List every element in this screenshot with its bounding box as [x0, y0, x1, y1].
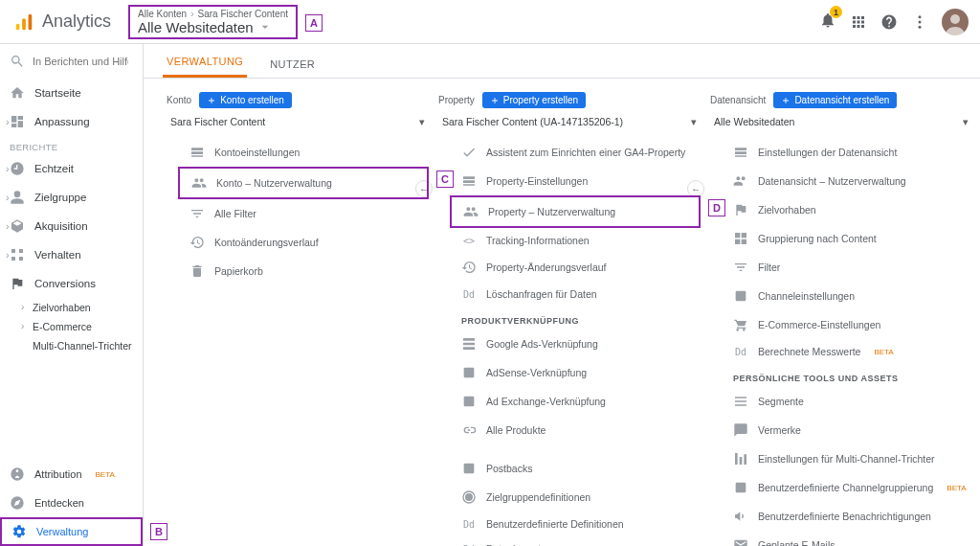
select-label: Sara Fischer Content (UA-147135206-1) [442, 116, 623, 127]
tabs: VERWALTUNG NUTZER [144, 44, 980, 79]
attribution-icon [10, 466, 25, 482]
notifications-button[interactable]: 1 [819, 11, 836, 32]
channel-icon [733, 288, 748, 304]
account-avatar[interactable] [942, 9, 969, 35]
sidebar-search[interactable] [0, 44, 143, 79]
notifications-badge: 1 [830, 6, 842, 18]
ads-icon [461, 336, 477, 352]
link-google-ads[interactable]: Google Ads-Verknüpfung [450, 330, 701, 358]
sidebar-item-discover[interactable]: Entdecken [0, 489, 143, 517]
annotation-icon [733, 422, 748, 438]
link-property-history[interactable]: Property-Änderungsverlauf [450, 253, 701, 282]
link-account-settings[interactable]: Kontoeinstellungen [178, 138, 429, 167]
settings-icon [733, 145, 748, 160]
link-all-products[interactable]: Alle Produkte [450, 416, 701, 444]
nav-label: Verwaltung [36, 526, 88, 537]
link-custom-alerts[interactable]: Benutzerdefinierte Benachrichtigungen [722, 502, 972, 531]
svg-point-3 [919, 15, 922, 18]
help-icon[interactable] [880, 13, 898, 31]
more-vert-icon[interactable] [911, 13, 928, 31]
link-custom-definitions[interactable]: DdBenutzerdefinierte Definitionen [450, 512, 701, 536]
svg-rect-8 [464, 464, 475, 474]
tab-admin[interactable]: VERWALTUNG [163, 56, 247, 78]
link-adsense[interactable]: AdSense-Verknüpfung [450, 358, 701, 387]
breadcrumb: Alle Konten›Sara Fischer Content [138, 9, 288, 19]
account-selector[interactable]: Sara Fischer Content ▾ [167, 112, 429, 134]
gear-icon [11, 524, 27, 539]
property-selector[interactable]: Sara Fischer Content (UA-147135206-1) ▾ [438, 112, 701, 134]
beta-badge: BETA [874, 348, 893, 356]
link-scheduled-emails[interactable]: Geplante E-Mails [722, 531, 972, 546]
link-annotations[interactable]: Vermerke [722, 416, 972, 444]
link-data-import[interactable]: DdDatenimport [450, 536, 701, 546]
link-channel-settings[interactable]: Channeleinstellungen [722, 282, 972, 310]
view-selector[interactable]: Alle Websitedaten ▾ [710, 112, 972, 134]
link-postbacks[interactable]: Postbacks [450, 454, 701, 483]
person-icon [10, 190, 25, 205]
megaphone-icon [733, 509, 748, 524]
discover-icon [10, 495, 25, 511]
link-account-user-mgmt[interactable]: Konto – Nutzerverwaltung C [178, 167, 429, 199]
search-input[interactable] [33, 56, 128, 67]
sidebar-item-behavior[interactable]: Verhalten [0, 240, 143, 269]
plus-icon [490, 96, 500, 105]
link-ecommerce-settings[interactable]: E-Commerce-Einstellungen [722, 310, 972, 339]
link-property-settings[interactable]: Property-Einstellungen [450, 167, 701, 195]
nav-label: Attribution [34, 468, 82, 480]
column-title: Datenansicht [710, 95, 766, 105]
sidebar-subitem-goals[interactable]: Zielvorhaben [19, 298, 143, 317]
select-label: Alle Websitedaten [714, 116, 794, 127]
svg-rect-1 [22, 18, 26, 30]
nav-label: Startseite [34, 87, 81, 99]
create-account-button[interactable]: Konto erstellen [199, 92, 292, 108]
link-all-filters[interactable]: Alle Filter [178, 199, 429, 228]
sidebar-item-customization[interactable]: Anpassung [0, 107, 143, 136]
link-goals[interactable]: Zielvorhaben [722, 195, 972, 224]
tab-user[interactable]: NUTZER [266, 58, 319, 78]
admin-column-account: Konto Konto erstellen Sara Fischer Conte… [167, 92, 429, 536]
link-ga4-assistant[interactable]: Assistent zum Einrichten einer GA4-Prope… [450, 138, 701, 167]
filter-icon [733, 260, 748, 275]
link-property-user-mgmt[interactable]: Property – Nutzerverwaltung D [450, 195, 701, 228]
view-selector[interactable]: Alle Konten›Sara Fischer Content Alle We… [128, 5, 298, 39]
clock-icon [10, 161, 25, 176]
link-mcf-settings[interactable]: Einstellungen für Multi-Channel-Trichter [722, 444, 972, 473]
select-label: Sara Fischer Content [170, 116, 265, 127]
sidebar-item-attribution[interactable]: Attribution BETA [0, 460, 143, 489]
sidebar-subitem-mcf[interactable]: Multi-Channel-Trichter [19, 336, 143, 355]
beta-badge: BETA [947, 484, 966, 492]
settings-icon [461, 173, 477, 189]
sidebar-subitem-ecommerce[interactable]: E-Commerce [19, 317, 143, 336]
link-deletion-requests[interactable]: DdLöschanfragen für Daten [450, 282, 701, 307]
link-view-user-mgmt[interactable]: Datenansicht – Nutzerverwaltung [722, 167, 972, 195]
link-ad-exchange[interactable]: Ad Exchange-Verknüpfung [450, 387, 701, 416]
link-calculated-metrics[interactable]: DdBerechnete MesswerteBETA [722, 339, 972, 364]
create-view-button[interactable]: Datenansicht erstellen [773, 92, 897, 108]
sidebar-item-conversions[interactable]: Conversions [0, 269, 143, 298]
link-segments[interactable]: Segmente [722, 387, 972, 416]
link-view-filters[interactable]: Filter [722, 253, 972, 282]
sidebar-item-admin[interactable]: Verwaltung B [0, 517, 143, 546]
apps-icon[interactable] [850, 13, 867, 31]
link-trash[interactable]: Papierkorb [178, 257, 429, 285]
assistant-icon [461, 145, 477, 160]
create-property-button[interactable]: Property erstellen [482, 92, 586, 108]
section-personal-tools: PERSÖNLICHE TOOLS UND ASSETS [722, 364, 972, 387]
link-account-history[interactable]: Kontoänderungsverlauf [178, 228, 429, 257]
link-audience-definitions[interactable]: Zielgruppendefinitionen [450, 483, 701, 512]
channel-group-icon [733, 480, 748, 495]
link-tracking-info[interactable]: <>Tracking-Informationen [450, 228, 701, 253]
admin-column-view: Datenansicht Datenansicht erstellen Alle… [710, 92, 972, 536]
link-view-settings[interactable]: Einstellungen der Datenansicht [722, 138, 972, 167]
people-icon [733, 173, 748, 189]
sidebar-item-home[interactable]: Startseite [0, 79, 143, 107]
svg-rect-0 [16, 23, 20, 29]
svg-rect-2 [29, 13, 33, 30]
sidebar-item-realtime[interactable]: Echtzeit [0, 154, 143, 183]
beta-badge: BETA [96, 470, 115, 479]
link-custom-channel-group[interactable]: Benutzerdefinierte ChannelgruppierungBET… [722, 473, 972, 502]
sidebar-item-audience[interactable]: Zielgruppe [0, 183, 143, 212]
link-content-grouping[interactable]: Gruppierung nach Content [722, 224, 972, 253]
sidebar-item-acquisition[interactable]: Akquisition [0, 212, 143, 240]
history-icon [461, 260, 477, 275]
